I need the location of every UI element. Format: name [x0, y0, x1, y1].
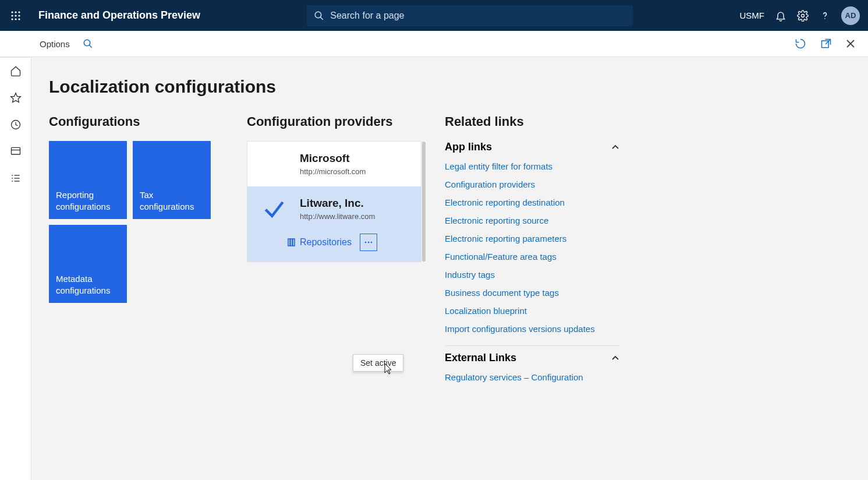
tile-tax-configurations[interactable]: Tax configurations — [133, 141, 211, 219]
external-links-heading: External Links — [445, 352, 516, 364]
provider-url: http://www.litware.com — [300, 212, 410, 221]
check-icon — [261, 196, 287, 221]
link-item[interactable]: Electronic reporting source — [445, 216, 619, 225]
app-links-list: Legal entity filter for formats Configur… — [445, 161, 619, 334]
search-icon — [314, 10, 324, 21]
app-title: Finance and Operations Preview — [31, 9, 200, 22]
related-links-section: Related links App links Legal entity fil… — [445, 114, 619, 394]
search-input[interactable] — [330, 10, 626, 21]
external-links-header[interactable]: External Links — [445, 345, 619, 364]
svg-line-10 — [321, 17, 324, 20]
svg-point-3 — [11, 15, 13, 16]
popout-icon[interactable] — [820, 38, 832, 50]
bell-icon[interactable] — [775, 10, 786, 22]
provider-url: http://microsoft.com — [300, 167, 410, 176]
providers-heading: Configuration providers — [247, 114, 421, 129]
svg-point-1 — [15, 11, 16, 13]
repositories-icon — [287, 238, 296, 247]
help-icon[interactable] — [819, 10, 831, 22]
topbar: Finance and Operations Preview USMF AD — [0, 0, 868, 31]
chevron-up-icon — [611, 143, 619, 151]
link-item[interactable]: Configuration providers — [445, 179, 619, 189]
options-menu[interactable]: Options — [40, 39, 70, 49]
app-launcher-icon[interactable] — [0, 10, 31, 21]
svg-point-0 — [11, 11, 13, 13]
options-bar: Options — [0, 31, 868, 57]
link-item[interactable]: Functional/Feature area tags — [445, 252, 619, 262]
svg-point-37 — [368, 242, 370, 243]
svg-point-6 — [11, 18, 13, 20]
provider-name: Litware, Inc. — [300, 197, 410, 210]
workspace-icon[interactable] — [0, 138, 31, 165]
repositories-button[interactable]: Repositories — [284, 235, 355, 250]
svg-point-27 — [84, 40, 90, 46]
related-links-heading: Related links — [445, 114, 619, 129]
configurations-section: Configurations Reporting configurations … — [49, 114, 224, 303]
close-icon[interactable] — [846, 39, 855, 48]
repositories-label: Repositories — [300, 237, 352, 248]
home-icon[interactable] — [0, 58, 31, 84]
app-links-heading: App links — [445, 141, 492, 153]
providers-list: Microsoft http://microsoft.com Litware, … — [247, 141, 421, 262]
tile-label: Reporting configurations — [56, 189, 120, 212]
svg-point-2 — [18, 11, 20, 13]
company-code[interactable]: USMF — [740, 10, 765, 20]
svg-point-4 — [15, 15, 16, 16]
tile-label: Metadata configurations — [56, 273, 120, 296]
link-item[interactable]: Industry tags — [445, 270, 619, 280]
svg-line-30 — [826, 40, 830, 44]
provider-card[interactable]: Microsoft http://microsoft.com — [247, 142, 421, 186]
link-item[interactable]: Electronic reporting destination — [445, 197, 619, 207]
set-active-menu-item[interactable]: Set active — [353, 354, 403, 372]
external-links-list: Regulatory services – Configuration — [445, 372, 619, 382]
link-item[interactable]: Legal entity filter for formats — [445, 161, 619, 171]
link-item[interactable]: Import configurations versions updates — [445, 324, 619, 334]
page-title: Localization configurations — [49, 77, 851, 97]
svg-line-28 — [89, 45, 92, 48]
provider-card-selected[interactable]: Litware, Inc. http://www.litware.com Rep… — [247, 186, 421, 262]
content-area: Localization configurations Configuratio… — [31, 57, 868, 480]
tile-reporting-configurations[interactable]: Reporting configurations — [49, 141, 127, 219]
svg-point-13 — [824, 18, 826, 19]
refresh-icon[interactable] — [795, 38, 806, 50]
avatar[interactable]: AD — [841, 6, 860, 25]
svg-point-5 — [18, 15, 20, 16]
svg-point-8 — [18, 18, 20, 20]
star-icon[interactable] — [0, 84, 31, 111]
scrollbar[interactable] — [422, 142, 426, 262]
svg-rect-34 — [290, 239, 292, 246]
tile-metadata-configurations[interactable]: Metadata configurations — [49, 225, 127, 303]
svg-point-36 — [365, 242, 367, 243]
svg-point-11 — [802, 14, 805, 17]
app-links-header[interactable]: App links — [445, 141, 619, 153]
svg-rect-35 — [293, 239, 295, 246]
search-box[interactable] — [307, 5, 633, 26]
tile-label: Tax configurations — [140, 189, 204, 212]
svg-rect-19 — [11, 147, 20, 154]
recent-icon[interactable] — [0, 111, 31, 138]
page-search-icon[interactable] — [83, 38, 93, 49]
modules-icon[interactable] — [0, 165, 31, 192]
link-item[interactable]: Electronic reporting parameters — [445, 234, 619, 243]
link-item[interactable]: Localization blueprint — [445, 306, 619, 316]
svg-point-38 — [371, 242, 373, 243]
chevron-up-icon — [611, 354, 619, 362]
link-item[interactable]: Regulatory services – Configuration — [445, 372, 619, 382]
left-rail — [0, 31, 31, 480]
svg-point-9 — [316, 12, 322, 18]
more-button[interactable] — [360, 234, 377, 251]
providers-section: Configuration providers Microsoft http:/… — [247, 114, 421, 262]
svg-point-7 — [15, 18, 16, 20]
link-item[interactable]: Business document type tags — [445, 288, 619, 298]
provider-name: Microsoft — [300, 152, 410, 165]
configurations-heading: Configurations — [49, 114, 224, 129]
svg-rect-33 — [288, 239, 290, 246]
svg-marker-17 — [10, 93, 20, 103]
gear-icon[interactable] — [797, 10, 809, 22]
